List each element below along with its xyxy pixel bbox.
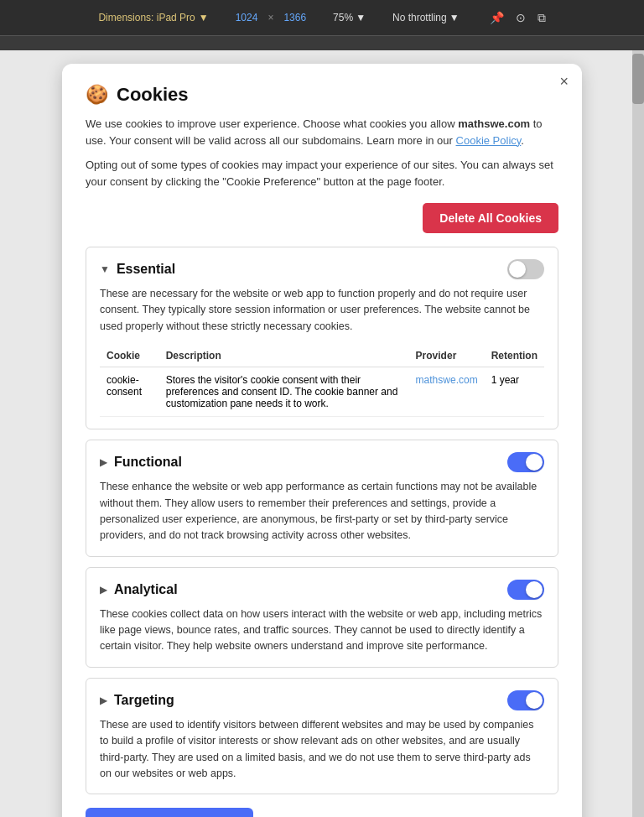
pin-icon[interactable]: 📌 (490, 11, 504, 24)
main-area: × 🍪 Cookies We use cookies to improve us… (0, 50, 644, 817)
section-essential-title-wrap: ▼ Essential (100, 262, 175, 277)
targeting-title: Targeting (114, 693, 174, 708)
col-provider: Provider (409, 345, 485, 367)
viewport-sep: × (267, 12, 273, 23)
section-essential: ▼ Essential These are necessary for the … (86, 247, 558, 429)
device-label: Dimensions: iPad Pro (98, 12, 195, 23)
circle-icon[interactable]: ⊙ (516, 11, 526, 24)
functional-toggle-knob (526, 454, 543, 471)
essential-only-button[interactable]: Essential Only (86, 808, 253, 817)
targeting-arrow[interactable]: ▶ (100, 695, 107, 706)
scrollbar-thumb[interactable] (632, 54, 644, 104)
section-targeting: ▶ Targeting These are used to identify v… (86, 678, 558, 795)
device-arrow: ▼ (199, 12, 209, 23)
throttle-label: No throttling (392, 12, 447, 23)
analytical-toggle[interactable] (507, 580, 544, 600)
toolbar: Dimensions: iPad Pro ▼ 1024 × 1366 75% ▼… (0, 0, 644, 35)
modal-description: We use cookies to improve user experienc… (86, 116, 558, 148)
targeting-toggle-track[interactable] (507, 690, 544, 710)
delete-cookies-button[interactable]: Delete All Cookies (423, 203, 558, 233)
zoom-selector[interactable]: 75% ▼ (333, 12, 366, 23)
table-row: cookie-consent Stores the visitor's cook… (100, 367, 544, 417)
ruler (0, 35, 644, 50)
functional-toggle[interactable] (507, 452, 544, 472)
viewport-width: 1024 (236, 12, 258, 23)
site-name: mathswe.com (458, 117, 530, 130)
col-cookie: Cookie (100, 345, 159, 367)
modal-note: Opting out of some types of cookies may … (86, 157, 558, 190)
cookie-emoji: 🍪 (86, 84, 108, 106)
cookie-policy-link[interactable]: Cookie Policy (456, 134, 522, 147)
section-functional-title-wrap: ▶ Functional (100, 455, 182, 470)
modal-title: Cookies (117, 84, 189, 106)
section-targeting-header: ▶ Targeting (100, 690, 544, 710)
targeting-desc: These are used to identify visitors betw… (100, 717, 544, 783)
modal-header: 🍪 Cookies (86, 84, 558, 106)
cookie-retention: 1 year (485, 367, 544, 417)
close-button[interactable]: × (559, 74, 569, 89)
cookie-name: cookie-consent (100, 367, 159, 417)
analytical-toggle-track[interactable] (507, 580, 544, 600)
targeting-toggle-knob (526, 692, 543, 709)
window-icon[interactable]: ⧉ (538, 11, 546, 25)
essential-toggle-track[interactable] (507, 259, 544, 279)
section-functional-header: ▶ Functional (100, 452, 544, 472)
cookie-modal: × 🍪 Cookies We use cookies to improve us… (62, 64, 582, 817)
zoom-label: 75% (333, 12, 353, 23)
functional-toggle-track[interactable] (507, 452, 544, 472)
essential-desc: These are necessary for the website or w… (100, 286, 544, 335)
desc-part1: We use cookies to improve user experienc… (86, 117, 458, 130)
functional-title: Functional (114, 455, 182, 470)
col-retention: Retention (485, 345, 544, 367)
targeting-toggle[interactable] (507, 690, 544, 710)
section-functional: ▶ Functional These enhance the website o… (86, 440, 558, 557)
section-analytical-header: ▶ Analytical (100, 580, 544, 600)
throttle-arrow: ▼ (449, 12, 460, 23)
cookie-desc: Stores the visitor's cookie consent with… (159, 367, 409, 417)
col-description: Description (159, 345, 409, 367)
analytical-title: Analytical (114, 582, 178, 597)
essential-toggle[interactable] (507, 259, 544, 279)
functional-arrow[interactable]: ▶ (100, 456, 107, 468)
analytical-toggle-knob (526, 581, 543, 598)
essential-toggle-knob (509, 261, 526, 278)
analytical-desc: These cookies collect data on how users … (100, 606, 544, 655)
zoom-arrow: ▼ (356, 12, 366, 23)
throttle-selector[interactable]: No throttling ▼ (392, 12, 460, 23)
essential-arrow[interactable]: ▼ (100, 263, 110, 275)
scrollbar[interactable] (632, 50, 644, 817)
cookie-provider: mathswe.com (409, 367, 485, 417)
device-selector[interactable]: Dimensions: iPad Pro ▼ (98, 12, 208, 23)
section-analytical-title-wrap: ▶ Analytical (100, 582, 178, 597)
section-analytical: ▶ Analytical These cookies collect data … (86, 567, 558, 668)
toolbar-icons: 📌 ⊙ ⧉ (490, 11, 546, 25)
section-targeting-title-wrap: ▶ Targeting (100, 693, 174, 708)
functional-desc: These enhance the website or web app per… (100, 479, 544, 544)
essential-cookie-table: Cookie Description Provider Retention co… (100, 345, 544, 417)
viewport-height: 1366 (283, 12, 306, 23)
analytical-arrow[interactable]: ▶ (100, 584, 107, 596)
btn-row-1: Essential Only (86, 808, 558, 817)
essential-title: Essential (117, 262, 175, 277)
section-essential-header: ▼ Essential (100, 259, 544, 279)
